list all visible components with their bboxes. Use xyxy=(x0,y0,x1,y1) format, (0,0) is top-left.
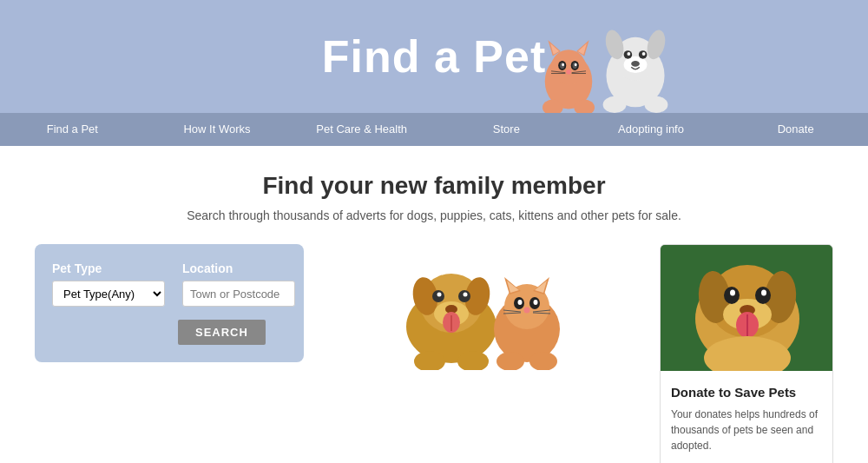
pet-type-group: Pet Type Pet Type(Any) Dog Cat Puppy Kit… xyxy=(52,261,165,307)
svg-point-55 xyxy=(524,308,530,314)
svg-point-38 xyxy=(437,293,442,297)
main-nav: Find a Pet How It Works Pet Care & Healt… xyxy=(0,113,868,146)
donate-card-text: Your donates helps hundreds of thousands… xyxy=(671,407,822,453)
main-title: Find your new family member xyxy=(35,172,833,200)
donate-card: Donate to Save Pets Your donates helps h… xyxy=(660,244,833,463)
nav-donate[interactable]: Donate xyxy=(723,113,868,146)
svg-point-72 xyxy=(761,290,766,296)
svg-point-71 xyxy=(730,290,735,296)
search-btn-row: SEARCH xyxy=(178,320,286,345)
nav-find-a-pet[interactable]: Find a Pet xyxy=(0,113,145,146)
svg-point-26 xyxy=(627,52,630,56)
svg-point-29 xyxy=(603,96,627,113)
svg-point-28 xyxy=(631,61,640,67)
svg-point-1 xyxy=(551,50,586,84)
location-label: Location xyxy=(182,261,295,275)
svg-point-12 xyxy=(566,69,570,74)
svg-point-53 xyxy=(518,300,523,305)
content-area: Pet Type Pet Type(Any) Dog Cat Puppy Kit… xyxy=(35,244,833,463)
header-cat-icon xyxy=(534,26,603,113)
pet-image-area xyxy=(321,244,642,370)
donate-card-body: Donate to Save Pets Your donates helps h… xyxy=(661,374,832,463)
pets-illustration xyxy=(386,244,577,370)
site-title: Find a Pet xyxy=(322,30,546,83)
svg-point-61 xyxy=(529,352,557,370)
location-input[interactable] xyxy=(182,281,295,307)
svg-point-60 xyxy=(496,352,524,370)
svg-point-30 xyxy=(645,96,668,113)
nav-store[interactable]: Store xyxy=(434,113,579,146)
donate-card-image xyxy=(661,245,833,371)
location-group: Location xyxy=(182,261,295,307)
header-pet-images xyxy=(534,13,677,113)
main-content: Find your new family member Search throu… xyxy=(0,146,868,463)
svg-point-39 xyxy=(464,293,468,297)
nav-adopting-info[interactable]: Adopting info xyxy=(579,113,724,146)
search-box: Pet Type Pet Type(Any) Dog Cat Puppy Kit… xyxy=(35,244,304,362)
search-button[interactable]: SEARCH xyxy=(178,320,266,345)
svg-point-54 xyxy=(534,300,538,305)
svg-point-11 xyxy=(575,63,577,67)
svg-point-10 xyxy=(562,63,564,67)
search-fields: Pet Type Pet Type(Any) Dog Cat Puppy Kit… xyxy=(52,261,286,307)
nav-how-it-works[interactable]: How It Works xyxy=(145,113,290,146)
pet-type-label: Pet Type xyxy=(52,261,165,275)
svg-point-27 xyxy=(642,52,646,56)
donate-card-title: Donate to Save Pets xyxy=(671,385,822,400)
site-header: Find a Pet xyxy=(0,0,868,113)
pet-type-select[interactable]: Pet Type(Any) Dog Cat Puppy Kitten Rabbi… xyxy=(52,281,165,307)
nav-pet-care[interactable]: Pet Care & Health xyxy=(289,113,434,146)
header-dog-icon xyxy=(595,13,677,113)
main-subtitle: Search through thousands of adverts for … xyxy=(35,208,833,222)
